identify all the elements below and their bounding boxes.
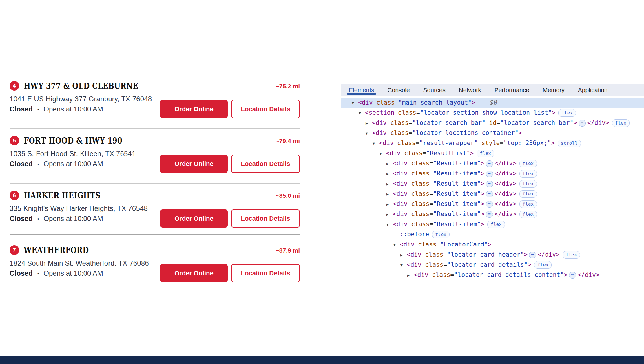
code-token-tag: </div> [495, 200, 517, 207]
collapse-arrow-icon[interactable]: ▼ [380, 149, 386, 159]
collapse-arrow-icon[interactable]: ▼ [373, 138, 379, 149]
devtools-tree-row[interactable]: ▶<div class="Result-item">⋯</div>flex [341, 209, 644, 219]
flex-badge[interactable]: flex [563, 251, 580, 259]
devtools-tree-row[interactable]: ▼<div class="ResultList">flex [341, 148, 644, 158]
code-token-attr: class [415, 241, 437, 248]
expand-arrow-icon[interactable]: ▶ [366, 118, 372, 128]
expand-arrow-icon[interactable]: ▶ [386, 179, 393, 189]
code-token-tag: > [519, 129, 522, 136]
inline-expand-icon[interactable]: ⋯ [529, 252, 536, 258]
flex-badge[interactable]: flex [519, 180, 537, 188]
location-details-button[interactable]: Location Details [231, 155, 300, 173]
devtools-tree-row[interactable]: ▼<div class="locator-locations-container… [341, 128, 644, 138]
location-distance: ~75.2 mi [276, 83, 300, 90]
devtools-tree-row[interactable]: ▼<div class="main-search-layout"> == $0 [341, 98, 644, 108]
location-hours: Opens at 10:00 AM [43, 215, 103, 223]
location-hours: Opens at 10:00 AM [43, 269, 103, 277]
location-number-badge: 6 [10, 191, 19, 200]
flex-badge[interactable]: flex [432, 231, 450, 238]
order-online-button[interactable]: Order Online [160, 264, 228, 282]
inline-expand-icon[interactable]: ⋯ [486, 211, 493, 218]
code-token-attr: class [394, 140, 416, 147]
inline-expand-icon[interactable]: ⋯ [486, 181, 493, 187]
devtools-tree-row[interactable]: ▶<div class="Result-item">⋯</div>flex [341, 199, 644, 209]
devtools-tab-elements[interactable]: Elements [349, 84, 374, 96]
flex-badge[interactable]: flex [477, 150, 494, 157]
code-token-val: "Result-item" [433, 200, 481, 207]
flex-badge[interactable]: flex [519, 190, 537, 198]
scroll-badge[interactable]: scroll [558, 140, 581, 147]
devtools-tab-sources[interactable]: Sources [423, 84, 446, 96]
devtools-tree-row[interactable]: ▶<div class="locator-search-bar" id="loc… [341, 118, 644, 128]
flex-badge[interactable]: flex [519, 200, 537, 208]
flex-badge[interactable]: flex [612, 119, 630, 127]
expand-arrow-icon[interactable]: ▶ [386, 209, 393, 220]
location-details-button[interactable]: Location Details [231, 100, 300, 118]
devtools-tree-row[interactable]: ▶<div class="Result-item">⋯</div>flex [341, 179, 644, 189]
devtools-tree-row[interactable]: ▶<div class="locator-card-header">⋯</div… [341, 250, 644, 260]
flex-badge[interactable]: flex [519, 160, 537, 167]
expand-arrow-icon[interactable]: ▶ [407, 270, 414, 280]
flex-badge[interactable]: flex [519, 170, 537, 178]
inline-expand-icon[interactable]: ⋯ [486, 171, 493, 177]
status-separator: • [37, 162, 39, 167]
inline-expand-icon[interactable]: ⋯ [579, 120, 586, 127]
code-token-tag: <div [414, 271, 428, 278]
code-token-eq: = [500, 140, 503, 147]
expand-arrow-icon[interactable]: ▶ [400, 250, 407, 260]
code-token-meta: == $0 [475, 99, 497, 106]
inline-expand-icon[interactable]: ⋯ [486, 201, 493, 208]
collapse-arrow-icon[interactable]: ▼ [366, 128, 372, 138]
devtools-tree-row[interactable]: ▼<div class="locator-card-details">flex [341, 260, 644, 270]
flex-badge[interactable]: flex [487, 221, 505, 228]
inline-expand-icon[interactable]: ⋯ [569, 272, 576, 279]
expand-arrow-icon[interactable]: ▶ [386, 169, 393, 179]
order-online-button[interactable]: Order Online [160, 155, 228, 173]
devtools-tab-application[interactable]: Application [578, 84, 608, 96]
devtools-tab-console[interactable]: Console [388, 84, 410, 96]
collapse-arrow-icon[interactable]: ▼ [386, 220, 393, 230]
devtools-tab-memory[interactable]: Memory [543, 84, 565, 96]
expand-arrow-icon[interactable]: ▶ [386, 189, 393, 199]
flex-badge[interactable]: flex [519, 211, 537, 218]
devtools-tree-row[interactable]: ▶<div class="locator-card-details-conten… [341, 270, 644, 280]
code-token-eq: = [436, 241, 440, 248]
devtools-tree-row[interactable]: ▶<div class="Result-item">⋯</div>flex [341, 169, 644, 179]
collapse-arrow-icon[interactable]: ▼ [352, 98, 358, 108]
location-details-button[interactable]: Location Details [231, 209, 300, 228]
devtools-tree-row[interactable]: ::beforeflex [341, 229, 644, 239]
devtools-tree-row[interactable]: ▼<div class="Result-item">flex [341, 219, 644, 229]
order-online-button[interactable]: Order Online [160, 100, 228, 118]
inline-expand-icon[interactable]: ⋯ [486, 160, 493, 167]
devtools-tree-row[interactable]: ▼<div class="result-wrapper" style="top:… [341, 138, 644, 148]
expand-arrow-icon[interactable]: ▶ [386, 199, 393, 209]
code-token-val: "locator-search-bar" [412, 119, 486, 126]
collapse-arrow-icon[interactable]: ▼ [393, 240, 400, 250]
devtools-tab-network[interactable]: Network [459, 84, 481, 96]
collapse-arrow-icon[interactable]: ▼ [359, 108, 365, 118]
collapse-arrow-icon[interactable]: ▼ [400, 260, 407, 270]
location-address: 1824 South Main St. Weatherford, TX 7608… [10, 259, 149, 267]
devtools-tree-row[interactable]: ▶<div class="Result-item">⋯</div>flex [341, 158, 644, 169]
location-card-header: 5 FORT HOOD & HWY 190 [10, 136, 147, 146]
location-title: WEATHERFORD [24, 245, 89, 255]
devtools-tree-row[interactable]: ▼<div class="LocatorCard"> [341, 239, 644, 250]
location-status-line: Closed • Opens at 10:00 AM [10, 105, 103, 113]
flex-badge[interactable]: flex [558, 109, 576, 117]
code-token-attr: class [387, 119, 409, 126]
devtools-tree-row[interactable]: ▼<section class="locator-section show-lo… [341, 108, 644, 118]
expand-arrow-icon[interactable]: ▶ [386, 159, 393, 169]
code-token-tag: <div [393, 190, 408, 197]
devtools-tab-performance[interactable]: Performance [495, 84, 529, 96]
location-status: Closed [10, 215, 33, 223]
inline-expand-icon[interactable]: ⋯ [486, 191, 493, 197]
code-token-tag: </div> [495, 170, 517, 177]
code-token-attr: class [428, 271, 450, 278]
order-online-button[interactable]: Order Online [160, 209, 228, 228]
location-number-badge: 7 [10, 245, 19, 255]
flex-badge[interactable]: flex [534, 261, 552, 269]
code-token-tag: <div [372, 119, 387, 126]
devtools-tree-row[interactable]: ▶<div class="Result-item">⋯</div>flex [341, 189, 644, 199]
location-details-button[interactable]: Location Details [231, 264, 300, 282]
code-token-tag: <div [372, 129, 387, 136]
